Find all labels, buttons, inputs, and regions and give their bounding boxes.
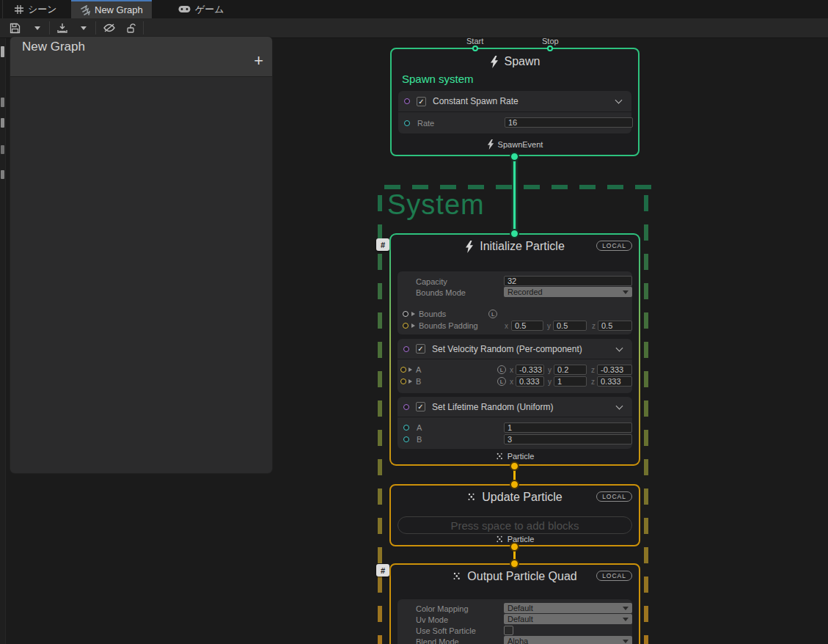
lock-toggle-button[interactable] [124,20,139,36]
lifetime-b-field[interactable]: 3 [504,434,632,444]
axis-y-label: y [548,378,552,386]
save-as-button[interactable] [54,20,70,36]
update-input-port[interactable] [510,480,519,489]
velocity-a-port[interactable] [400,367,406,373]
panel-tick [1,118,4,128]
rate-field[interactable]: 16 [505,117,633,128]
update-particle-node[interactable]: Update Particle LOCAL Press space to add… [389,484,640,546]
tab-new-graph[interactable]: New Graph [71,0,152,18]
lifetime-a-port[interactable] [403,425,409,431]
toolbar-separator [95,21,96,34]
save-button[interactable] [7,20,23,36]
update-output-port[interactable] [510,542,519,552]
block-enable-port[interactable] [403,404,409,410]
color-mapping-dropdown[interactable]: Default [504,603,632,613]
tab-game[interactable]: ゲーム [169,0,233,18]
spawn-stop-port[interactable] [547,45,553,51]
expander-triangle-icon[interactable] [408,379,412,384]
graph-toolbar [0,18,828,38]
lifetime-a-label: A [417,423,422,432]
bounds-padding-z-field[interactable]: 0.5 [598,321,632,331]
lifetime-a-field[interactable]: 1 [504,422,632,433]
rate-input-port[interactable] [404,120,410,126]
blackboard-title: New Graph [22,40,85,54]
velocity-b-x-field[interactable]: 0.333 [516,376,544,387]
expander-triangle-icon[interactable] [408,367,412,372]
block-enabled-checkbox[interactable]: ✓ [416,402,425,411]
expander-triangle-icon[interactable] [411,312,415,316]
axis-x-label: x [510,366,513,374]
bounds-padding-y-field[interactable]: 0.5 [553,321,587,331]
spawn-node-title: Spawn [392,55,638,68]
eye-off-icon [103,23,116,33]
system-group-label[interactable]: System [387,189,485,221]
block-enable-port[interactable] [404,98,410,104]
expander-triangle-icon[interactable] [411,323,415,328]
initialize-hash-badge[interactable]: # [376,238,389,251]
panel-tick [1,145,4,154]
velocity-b-y-field[interactable]: 1 [554,376,587,387]
spawn-start-port[interactable] [472,45,478,51]
axis-z-label: z [591,378,595,386]
spawn-event-icon [487,139,494,150]
spawn-output-port[interactable] [510,152,519,161]
save-as-dropdown-button[interactable] [76,20,91,36]
save-dropdown-button[interactable] [30,20,45,36]
add-blocks-placeholder[interactable]: Press space to add blocks [397,516,632,534]
uv-mode-dropdown[interactable]: Default [504,614,632,624]
local-space-icon[interactable]: L [488,310,497,318]
bounds-mode-dropdown[interactable]: Recorded [504,287,632,297]
output-input-port[interactable] [510,559,519,568]
spawn-system-label[interactable]: Spawn system [402,73,474,85]
bounds-input-port[interactable] [403,311,408,317]
tab-scene[interactable]: シーン [6,0,66,18]
particle-icon [496,453,504,461]
bounds-padding-x-field[interactable]: 0.5 [511,321,543,331]
velocity-a-z-field[interactable]: -0.333 [597,365,632,375]
chevron-down-icon[interactable] [615,97,623,104]
bounds-mode-label: Bounds Mode [416,288,466,297]
local-scope-badge[interactable]: LOCAL [596,571,632,581]
initialize-input-port[interactable] [510,229,519,238]
particle-icon [496,535,504,544]
velocity-b-port[interactable] [400,378,406,384]
initialize-output-port[interactable] [510,461,519,471]
tab-new-graph-label: New Graph [95,4,143,15]
velocity-a-x-field[interactable]: -0.333 [516,365,544,375]
tab-bar: シーン New Graph ゲーム [0,0,828,18]
block-divider [397,417,632,417]
lifetime-a-row: A 1 [397,422,632,433]
edge-spawn-to-initialize[interactable] [513,156,516,233]
constant-spawn-rate-block[interactable]: ✓ Constant Spawn Rate Rate 16 [398,91,631,133]
set-velocity-random-block[interactable]: ✓ Set Velocity Random (Per-component) A … [397,339,632,393]
tab-scene-label: シーン [28,3,57,16]
set-lifetime-random-block[interactable]: ✓ Set Lifetime Random (Uniform) A 1 B 3 [397,397,632,449]
lifetime-b-port[interactable] [403,436,409,442]
spawn-node[interactable]: Spawn Spawn system ✓ Constant Spawn Rate… [390,48,640,156]
use-soft-particle-checkbox[interactable] [504,626,513,635]
block-enable-port[interactable] [403,346,409,352]
local-space-icon[interactable]: L [497,365,506,374]
blend-mode-dropdown[interactable]: Alpha [504,636,632,644]
velocity-a-y-field[interactable]: 0.2 [554,365,587,375]
chevron-down-icon[interactable] [616,403,623,410]
toggle-visibility-button[interactable] [100,20,118,36]
bounds-mode-row: Bounds Mode Recorded [397,287,632,298]
local-scope-badge[interactable]: LOCAL [596,241,632,251]
local-space-icon[interactable]: L [497,377,506,386]
chevron-down-icon[interactable] [616,345,623,352]
velocity-b-z-field[interactable]: 0.333 [597,376,632,387]
output-hash-badge[interactable]: # [376,564,389,577]
rate-label: Rate [417,119,434,128]
local-scope-badge[interactable]: LOCAL [596,491,632,502]
block-enabled-checkbox[interactable]: ✓ [416,344,425,354]
output-particle-quad-node[interactable]: Output Particle Quad LOCAL Color Mapping… [389,563,640,644]
block-enabled-checkbox[interactable]: ✓ [417,97,426,106]
blackboard-add-button[interactable]: + [254,53,263,69]
initialize-particle-node[interactable]: Initialize Particle LOCAL Capacity 32 Bo… [389,233,640,466]
color-mapping-row: Color Mapping Default [397,603,632,614]
toolbar-separator [143,21,144,34]
axis-x-label: x [510,378,513,386]
capacity-field[interactable]: 32 [504,276,632,286]
bounds-padding-input-port[interactable] [403,323,408,329]
